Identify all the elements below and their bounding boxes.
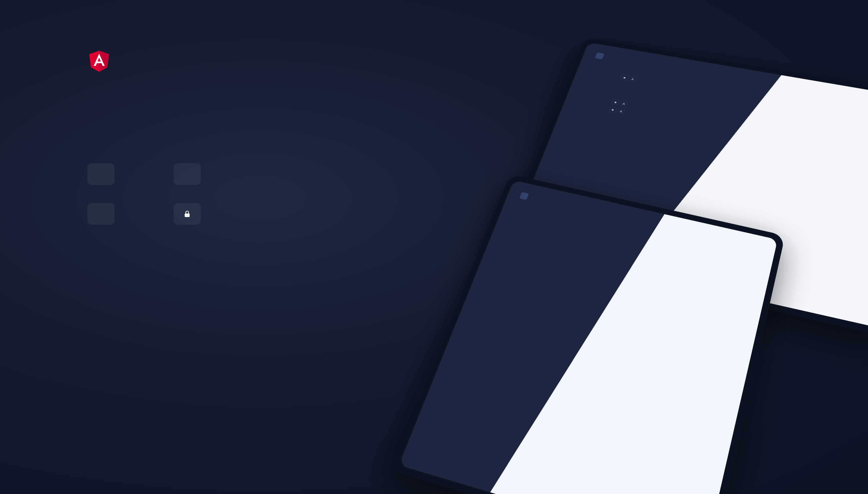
- letter-icon: A: [617, 108, 625, 114]
- ipad-components: [390, 174, 786, 494]
- feature-auth: [87, 203, 125, 225]
- svg-point-3: [187, 215, 188, 216]
- feature-components: [87, 163, 125, 185]
- sem-grid-warning: [811, 232, 845, 239]
- sem-warning: [811, 228, 845, 235]
- checkbox-grid: [641, 230, 759, 256]
- components-icon: [519, 192, 529, 200]
- feature-badge: [173, 163, 201, 185]
- letter-icon: A: [628, 76, 636, 82]
- checkbox-col-headers: [643, 226, 760, 253]
- features-grid: [87, 163, 211, 225]
- col-fonticon: [624, 70, 640, 72]
- feature-themes: [173, 163, 211, 185]
- semantic-title: [764, 210, 868, 235]
- col-primary: [664, 77, 707, 84]
- sem-grid-info: [762, 222, 795, 229]
- semantic-sub: [764, 211, 868, 236]
- brand-row: [87, 48, 211, 73]
- star-icon: ★: [609, 106, 617, 113]
- button-group-title: [639, 238, 757, 266]
- sem-info: [762, 218, 796, 225]
- theme-icon: [595, 52, 605, 59]
- sem-danger: [862, 239, 868, 246]
- feature-badge: [87, 163, 114, 185]
- svg-marker-1: [99, 51, 109, 72]
- panel-header: [519, 192, 619, 221]
- col-secondary: [741, 90, 786, 98]
- feature-badge: [87, 203, 114, 225]
- letter-icon: A: [620, 101, 628, 107]
- button-group-rows: [639, 238, 757, 266]
- star-icon: ★: [621, 74, 629, 81]
- palette-primary: [663, 79, 707, 87]
- star-icon: ★: [611, 99, 620, 106]
- angular-logo-icon: [87, 48, 111, 73]
- palette-secondary: [740, 93, 785, 101]
- feature-security: [173, 203, 211, 225]
- lock-icon: [173, 203, 201, 225]
- sem-grid-danger: [861, 243, 868, 250]
